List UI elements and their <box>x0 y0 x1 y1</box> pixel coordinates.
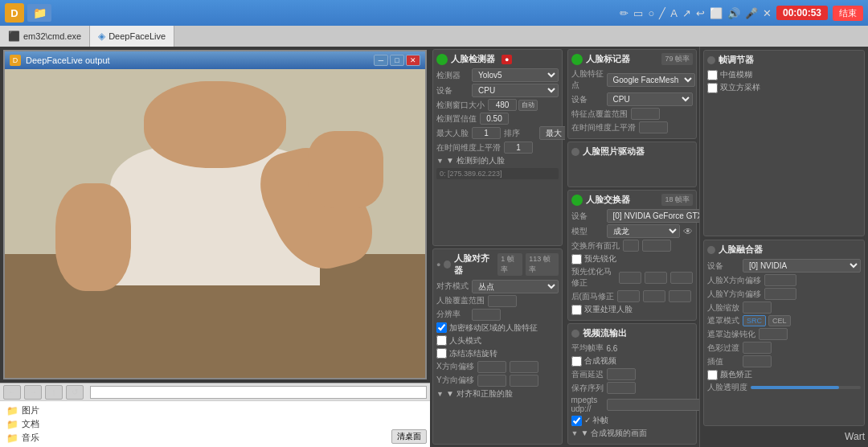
head-mode-checkbox[interactable]: 人头模式 <box>436 335 481 347</box>
blender-x-input[interactable]: 0.000 <box>764 274 796 286</box>
fe-up-btn[interactable]: ↑ <box>45 385 63 400</box>
auto-btn[interactable]: 自动 <box>518 100 538 111</box>
line-icon[interactable]: ╱ <box>659 7 665 19</box>
face-id-input[interactable]: 0 <box>642 240 671 252</box>
mid-blur-checkbox[interactable]: 中值模糊 <box>707 69 752 80</box>
frame-checkbox[interactable]: ✓ 补帧 <box>571 415 609 426</box>
close-btn[interactable]: ✕ <box>406 55 420 66</box>
model-eye-icon[interactable]: 👁 <box>683 226 693 237</box>
interp-input[interactable]: bilinear <box>743 355 772 367</box>
photo-driver-title: 人脸照片驱动器 <box>583 146 645 158</box>
frame-adjuster-toggle[interactable] <box>707 56 715 64</box>
circle-icon[interactable]: ○ <box>648 7 654 19</box>
post-input3[interactable]: 1.00 <box>669 290 691 302</box>
detector-toggle[interactable] <box>436 54 448 65</box>
arrow-icon[interactable]: ↗ <box>682 7 691 19</box>
freeze-checkbox[interactable]: 冻结冻结旋转 <box>436 348 497 359</box>
aligner-collapse[interactable]: ▼ ▼ 对齐和正脸的脸 <box>436 388 559 400</box>
scale-input[interactable]: 1.00 <box>743 301 772 314</box>
x-offset-input2[interactable]: 0.00 <box>510 361 538 373</box>
photo-driver-toggle[interactable] <box>571 148 579 156</box>
list-item[interactable]: 📁 图片 <box>6 404 424 416</box>
folder-icon[interactable]: 📁 <box>27 4 51 22</box>
y-offset-input[interactable]: 0.00 <box>477 375 506 387</box>
swapper-device-select[interactable]: [0] NVIDIA GeForce GTX <box>607 209 700 223</box>
multi-checkbox[interactable]: 双重处理人脸 <box>571 304 633 315</box>
deepface-tab[interactable]: ◈ DeepFaceLive <box>90 26 174 47</box>
video-output-toggle[interactable] <box>571 330 579 338</box>
mask-mode-row: 遮罩模式 SRC CEL <box>707 315 861 326</box>
rectangle-icon[interactable]: ▭ <box>633 7 643 19</box>
frame-adjuster-header: 帧调节器 <box>707 54 861 66</box>
stream-input[interactable]: 127.0.0. <box>607 399 700 411</box>
pencil-icon[interactable]: ✏ <box>620 7 628 19</box>
text-icon[interactable]: A <box>670 7 678 19</box>
color-input[interactable]: rct <box>743 342 772 354</box>
detector-select[interactable]: Yolov5 <box>472 68 559 82</box>
resolution-input[interactable]: 224 <box>472 309 501 321</box>
blender-y-input[interactable]: 0.000 <box>764 288 796 300</box>
post-label: 后(面马修正 <box>571 291 614 302</box>
clear-desktop-btn[interactable]: 清桌面 <box>391 429 427 444</box>
morph-input3[interactable]: 1.00 <box>670 272 693 284</box>
window-controls: ─ □ ✕ <box>374 55 420 66</box>
y-offset-input2[interactable]: 0.00 <box>510 375 538 387</box>
marker-device-select[interactable]: CPU <box>607 92 694 106</box>
sharpen-checkbox[interactable]: 预先锐化 <box>571 253 616 265</box>
coverage-input[interactable]: 2.2 <box>488 295 517 307</box>
minimize-btn[interactable]: ─ <box>374 55 388 66</box>
device-select[interactable]: CPU <box>472 84 559 97</box>
list-item[interactable]: 📁 音乐 <box>6 432 424 444</box>
opacity-slider[interactable] <box>751 386 861 389</box>
audio-icon[interactable]: 🔊 <box>727 7 740 19</box>
app-icon[interactable]: D <box>5 3 24 23</box>
swapper-toggle[interactable] <box>571 195 583 206</box>
morph-input2[interactable]: 1.00 <box>645 272 667 284</box>
landmark-select[interactable]: Google FaceMesh <box>607 73 695 87</box>
post-input2[interactable]: 1.00 <box>643 290 665 302</box>
synthesis-checkbox[interactable]: 合成视频 <box>571 355 616 367</box>
blender-device-select[interactable]: [0] NVIDIA <box>743 259 861 273</box>
end-button[interactable]: 结束 <box>833 6 863 21</box>
address-bar[interactable] <box>90 386 427 399</box>
main-area: D DeepFaceLive output ─ □ ✕ <box>0 47 868 447</box>
x-offset-input[interactable]: 0.00 <box>477 361 506 373</box>
maximize-btn[interactable]: □ <box>390 55 404 66</box>
fe-back-btn[interactable]: ← <box>3 385 21 400</box>
eraser-icon[interactable]: ⬜ <box>710 7 723 19</box>
cmd-tab[interactable]: ⬛ em32\cmd.exe <box>0 26 90 47</box>
enhance-checkbox[interactable]: 加密移动区域的人脸特征 <box>436 322 538 334</box>
undo-icon[interactable]: ↩ <box>696 7 705 19</box>
blender-toggle[interactable] <box>707 246 715 254</box>
sample-checkbox[interactable]: 双立方采样 <box>707 82 760 93</box>
marker-temporal-input[interactable]: 1 <box>639 121 668 133</box>
fe-refresh-btn[interactable]: ↺ <box>66 385 84 400</box>
temporal-input[interactable]: 1 <box>504 141 533 154</box>
max-faces-input[interactable]: 1 <box>472 127 501 139</box>
color-correct-checkbox[interactable]: 颜色矫正 <box>707 369 752 380</box>
fe-forward-btn[interactable]: → <box>24 385 42 400</box>
aligner-toggle[interactable] <box>444 260 451 269</box>
erosion-input[interactable]: 5 <box>759 328 788 340</box>
confidence-input[interactable]: 0.50 <box>480 113 509 125</box>
post-input1[interactable]: 1.00 <box>617 290 640 302</box>
cel-btn[interactable]: CEL <box>768 315 791 326</box>
src-btn[interactable]: SRC <box>743 315 766 326</box>
marker-scale-input[interactable]: 1.4 <box>631 108 660 120</box>
sort-select[interactable]: 最大 <box>539 126 565 140</box>
frame-adjuster-title: 帧调节器 <box>719 54 754 66</box>
queue-input[interactable]: 500 <box>607 382 636 394</box>
list-item[interactable]: 📁 文档 <box>6 418 424 430</box>
mic-icon[interactable]: 🎤 <box>745 7 758 19</box>
window-titlebar: ⬛ em32\cmd.exe ◈ DeepFaceLive <box>0 26 868 47</box>
detection-collapse[interactable]: ▼ ▼ 检测到的人脸 <box>436 155 559 166</box>
output-collapse[interactable]: ▼ ▼ 合成视频的画面 <box>571 428 694 439</box>
bitrate-input[interactable]: 500 <box>607 368 636 380</box>
close-icon[interactable]: ✕ <box>763 7 772 19</box>
aligner-mode-select[interactable]: 丛点 <box>472 280 559 293</box>
morph-input1[interactable]: 1.00 <box>619 272 641 284</box>
model-select[interactable]: 成龙 <box>607 224 681 238</box>
marker-toggle[interactable] <box>571 54 583 65</box>
app-icon-small: D <box>10 55 21 66</box>
window-size-input[interactable]: 480 <box>488 99 517 111</box>
